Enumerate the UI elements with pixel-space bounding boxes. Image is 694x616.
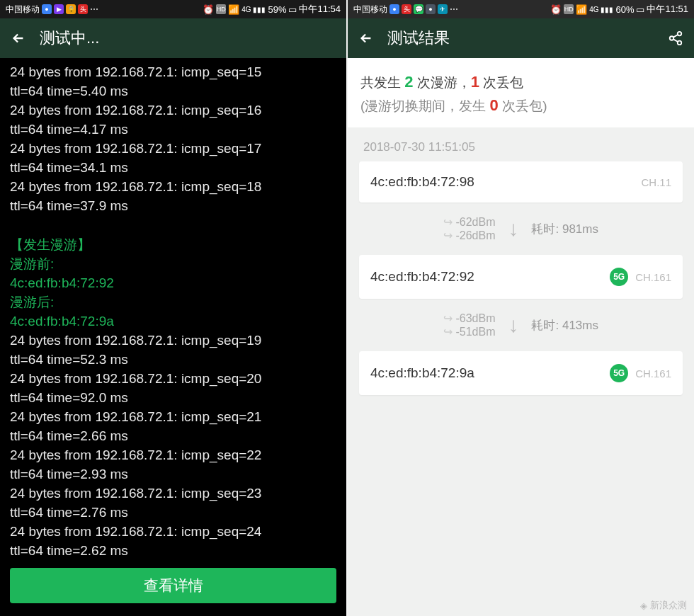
- phone-right: 中国移动 ● 头 💬 ● ✈ ⋯ ⏰ HD 📶 4G ▮▮▮ 60% ▭ 中午1…: [348, 0, 694, 616]
- signal-icon: 📶: [576, 4, 587, 15]
- ping-line: ttl=64 time=2.62 ms: [10, 541, 336, 560]
- ping-line: 24 bytes from 192.168.72.1: icmp_seq=17: [10, 139, 336, 158]
- page-title: 测试中...: [40, 28, 99, 49]
- app-icon: 🔒: [66, 4, 76, 14]
- bssid-card[interactable]: 4c:ed:fb:b4:72:92 5G CH.161: [359, 255, 683, 299]
- from-dbm: -62dBm: [443, 215, 495, 229]
- ping-line: 24 bytes from 192.168.72.1: icmp_seq=23: [10, 484, 336, 503]
- status-bar-right: 中国移动 ● 头 💬 ● ✈ ⋯ ⏰ HD 📶 4G ▮▮▮ 60% ▭ 中午1…: [348, 0, 694, 18]
- channel-label: CH.161: [635, 271, 671, 283]
- svg-point-1: [670, 36, 674, 40]
- watermark-icon: ◈: [640, 600, 647, 611]
- transition-row: -62dBm -26dBm ↓ 耗时: 981ms: [348, 203, 694, 255]
- summary-sub-text: (漫游切换期间，发生: [360, 98, 490, 113]
- summary-text: 次漫游，: [414, 75, 471, 90]
- app-icon: ●: [42, 4, 52, 14]
- loss-count: 1: [471, 73, 479, 91]
- view-details-button[interactable]: 查看详情: [10, 568, 336, 603]
- bssid-card[interactable]: 4c:ed:fb:b4:72:98 CH.11: [359, 161, 683, 203]
- ping-line: ttl=64 time=92.0 ms: [10, 388, 336, 407]
- roam-before-label: 漫游前:: [10, 254, 336, 273]
- time-label: 耗时:: [531, 319, 559, 332]
- bssid-mac: 4c:ed:fb:b4:72:9a: [370, 365, 474, 381]
- time-value: 981ms: [562, 222, 598, 236]
- status-bar-left: 中国移动 ● ▶ 🔒 头 ⋯ ⏰ HD 📶 4G ▮▮▮ 59% ▭ 中午11:…: [0, 0, 346, 18]
- network-icon: 4G ▮▮▮: [241, 6, 266, 13]
- time-label: 耗时:: [531, 222, 559, 236]
- battery-text: 59%: [268, 4, 286, 15]
- ping-line: ttl=64 time=4.17 ms: [10, 120, 336, 139]
- ping-line: 24 bytes from 192.168.72.1: icmp_seq=16: [10, 101, 336, 120]
- ping-line: 24 bytes from 192.168.72.1: icmp_seq=18: [10, 177, 336, 196]
- hd-icon: HD: [564, 4, 574, 14]
- app-icon: ✈: [438, 4, 448, 14]
- from-dbm: -63dBm: [443, 312, 495, 325]
- carrier-label: 中国移动: [353, 4, 387, 16]
- app-icon: 💬: [414, 4, 423, 14]
- switch-loss-count: 0: [490, 96, 499, 114]
- to-dbm: -26dBm: [443, 229, 495, 242]
- phone-left: 中国移动 ● ▶ 🔒 头 ⋯ ⏰ HD 📶 4G ▮▮▮ 59% ▭ 中午11:…: [0, 0, 346, 616]
- ping-line: ttl=64 time=5.40 ms: [10, 81, 336, 101]
- roam-after-label: 漫游后:: [10, 292, 336, 312]
- roam-count: 2: [404, 73, 413, 91]
- summary-card: 共发生 2 次漫游，1 次丢包 (漫游切换期间，发生 0 次丢包): [348, 58, 694, 127]
- channel-label: CH.11: [641, 176, 671, 188]
- ping-line: ttl=64 time=2.66 ms: [10, 426, 336, 445]
- back-button[interactable]: [10, 30, 27, 47]
- ping-line: ttl=64 time=34.1 ms: [10, 158, 336, 177]
- roam-after-mac: 4c:ed:fb:b4:72:9a: [10, 312, 336, 331]
- battery-icon: ▭: [288, 4, 297, 15]
- time-label: 中午11:51: [647, 3, 688, 16]
- signal-icon: 📶: [228, 4, 239, 15]
- channel-label: CH.161: [635, 367, 671, 380]
- more-icon: ⋯: [450, 4, 458, 14]
- share-button[interactable]: [667, 30, 684, 47]
- bssid-mac: 4c:ed:fb:b4:72:92: [370, 269, 474, 285]
- roam-before-mac: 4c:ed:fb:b4:72:92: [10, 273, 336, 292]
- time-label: 中午11:54: [299, 3, 341, 16]
- ping-line: 24 bytes from 192.168.72.1: icmp_seq=22: [10, 445, 336, 464]
- hd-icon: HD: [216, 4, 226, 14]
- to-dbm: -51dBm: [443, 325, 495, 338]
- bssid-card[interactable]: 4c:ed:fb:b4:72:9a 5G CH.161: [359, 351, 683, 395]
- svg-point-0: [678, 32, 682, 36]
- band-5g-badge: 5G: [610, 268, 628, 286]
- battery-icon: ▭: [636, 4, 644, 15]
- app-icon: ●: [389, 4, 399, 14]
- app-icon: ●: [426, 4, 436, 14]
- carrier-label: 中国移动: [6, 4, 40, 16]
- bssid-mac: 4c:ed:fb:b4:72:98: [370, 174, 474, 190]
- summary-text: 次丢包: [479, 75, 523, 90]
- svg-point-2: [678, 41, 682, 45]
- roam-event-header: 【发生漫游】: [10, 235, 336, 254]
- ping-line: ttl=64 time=2.76 ms: [10, 503, 336, 522]
- results-body[interactable]: 共发生 2 次漫游，1 次丢包 (漫游切换期间，发生 0 次丢包) 2018-0…: [348, 58, 694, 616]
- app-icon: 头: [78, 4, 88, 14]
- battery-text: 60%: [615, 4, 634, 15]
- summary-text: 共发生: [360, 75, 404, 90]
- arrow-down-icon: ↓: [508, 217, 518, 241]
- ping-line: ttl=64 time=2.93 ms: [10, 464, 336, 484]
- app-icon: ▶: [54, 4, 64, 14]
- time-value: 413ms: [562, 319, 598, 332]
- app-icon: 头: [402, 4, 411, 14]
- more-icon: ⋯: [90, 4, 98, 14]
- alarm-icon: ⏰: [203, 4, 214, 15]
- watermark: ◈ 新浪众测: [640, 599, 687, 612]
- header-left: 测试中...: [0, 18, 346, 58]
- band-5g-badge: 5G: [610, 364, 628, 382]
- terminal-output[interactable]: 24 bytes from 192.168.72.1: icmp_seq=15 …: [0, 58, 346, 562]
- ping-line: ttl=64 time=52.3 ms: [10, 350, 336, 369]
- network-icon: 4G ▮▮▮: [589, 6, 613, 13]
- ping-line: 24 bytes from 192.168.72.1: icmp_seq=15: [10, 62, 336, 81]
- arrow-down-icon: ↓: [508, 313, 518, 337]
- ping-line: 24 bytes from 192.168.72.1: icmp_seq=24: [10, 522, 336, 541]
- ping-line: 24 bytes from 192.168.72.1: icmp_seq=21: [10, 407, 336, 426]
- timestamp: 2018-07-30 11:51:05: [363, 140, 694, 154]
- alarm-icon: ⏰: [550, 4, 562, 15]
- back-button[interactable]: [358, 30, 375, 47]
- ping-line: 24 bytes from 192.168.72.1: icmp_seq=20: [10, 369, 336, 388]
- ping-line: ttl=64 time=37.9 ms: [10, 196, 336, 215]
- header-right: 测试结果: [348, 18, 694, 58]
